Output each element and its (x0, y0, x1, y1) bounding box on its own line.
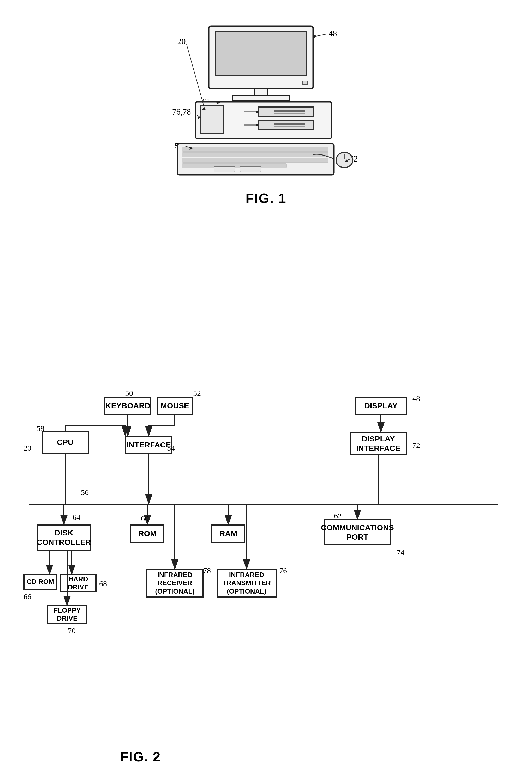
num-74-fig2: 74 (397, 548, 404, 557)
fig1-drawing (162, 21, 370, 183)
num-20-fig2: 20 (24, 443, 31, 453)
num-62-fig2: 62 (334, 511, 342, 520)
keyboard-block: KEYBOARD (104, 397, 151, 415)
num-72-fig2: 72 (412, 441, 420, 450)
svg-rect-12 (274, 126, 305, 127)
num-58-fig2: 58 (37, 424, 44, 433)
svg-rect-23 (240, 167, 261, 172)
svg-rect-4 (303, 81, 307, 84)
num-66-fig2: 66 (24, 592, 31, 601)
connectors-svg (16, 391, 511, 744)
num-54-fig2: 54 (167, 443, 175, 453)
svg-rect-1 (215, 31, 307, 76)
svg-rect-3 (232, 96, 290, 101)
fig2-diagram: KEYBOARD MOUSE DISPLAY INTERFACE DISPLAY… (16, 391, 511, 744)
num-48-fig2: 48 (412, 394, 420, 403)
svg-rect-2 (254, 89, 268, 96)
num-70-fig2: 70 (68, 626, 76, 635)
svg-rect-18 (182, 147, 328, 151)
interface-block: INTERFACE (125, 436, 172, 454)
fig2-section: KEYBOARD MOUSE DISPLAY INTERFACE DISPLAY… (16, 391, 516, 765)
infrared-receiver-block: INFRARED RECEIVER (OPTIONAL) (146, 569, 204, 598)
num-68-fig2: 68 (99, 579, 107, 588)
svg-line-27 (314, 34, 327, 37)
num-60-fig2: 60 (141, 514, 149, 523)
fig2-caption: FIG. 2 (120, 749, 516, 765)
svg-rect-22 (214, 167, 235, 172)
num-78-fig2: 78 (203, 566, 211, 575)
svg-rect-19 (182, 153, 328, 157)
fig1-section: 20 48 42 76,78 44 46 50 52 (0, 21, 532, 206)
svg-rect-9 (274, 113, 305, 114)
mouse-block: MOUSE (156, 397, 193, 415)
svg-rect-11 (274, 122, 305, 125)
svg-rect-8 (274, 110, 305, 112)
num-52-fig2: 52 (193, 389, 201, 398)
cpu-block: CPU (42, 430, 89, 454)
num-50-fig2: 50 (125, 389, 133, 398)
system-bus (29, 504, 498, 505)
hard-drive-block: HARD DRIVE (60, 574, 97, 592)
cd-rom-block: CD ROM (24, 574, 58, 590)
rom-block: ROM (131, 525, 164, 543)
fig1-caption: FIG. 1 (246, 190, 286, 206)
display-block: DISPLAY (355, 397, 407, 415)
svg-line-25 (186, 44, 205, 110)
ram-block: RAM (211, 525, 245, 543)
communications-port-block: COMMUNICATIONS PORT (323, 519, 391, 545)
num-64-fig2: 64 (73, 513, 80, 522)
num-76-fig2: 76 (279, 566, 287, 575)
floppy-drive-block: FLOPPY DRIVE (47, 605, 87, 624)
infrared-transmitter-block: INFRARED TRANSMITTER (OPTIONAL) (217, 569, 277, 598)
disk-controller-block: DISK CONTROLLER (37, 525, 91, 550)
svg-rect-20 (182, 158, 328, 162)
num-56-fig2: 56 (81, 488, 89, 497)
display-interface-block: DISPLAY INTERFACE (350, 432, 407, 455)
